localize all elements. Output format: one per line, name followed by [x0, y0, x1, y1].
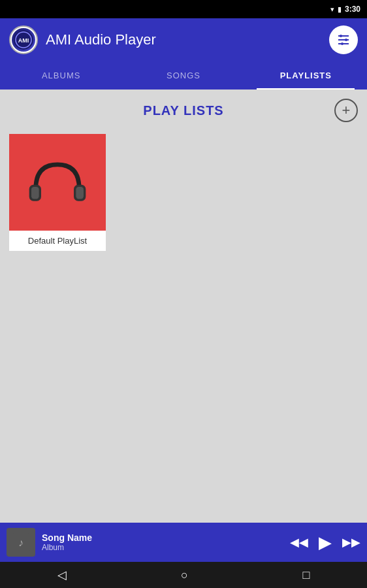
rewind-icon: ◀◀ [290, 535, 308, 549]
svg-rect-12 [76, 187, 84, 199]
wifi-icon: ▾ [330, 5, 334, 14]
logo-inner: AMI [12, 28, 35, 52]
back-icon: ◁ [57, 568, 67, 582]
battery-icon: ▮ [338, 5, 342, 14]
back-button[interactable]: ◁ [44, 564, 80, 586]
player-info: Song Name Album [42, 532, 283, 552]
section-header: PLAY LISTS + [9, 99, 358, 122]
app-header: AMI AMI Audio Player [0, 18, 367, 61]
play-button[interactable]: ▶ [319, 532, 332, 553]
svg-point-7 [345, 39, 347, 41]
add-icon: + [342, 103, 351, 118]
tab-playlists[interactable]: PLAYLISTS [245, 61, 367, 90]
header-left: AMI AMI Audio Player [9, 25, 156, 54]
tab-songs[interactable]: SONGS [122, 61, 244, 90]
headphones-icon [25, 156, 90, 208]
svg-text:AMI: AMI [18, 37, 29, 44]
player-controls: ◀◀ ▶ ▶▶ [290, 532, 360, 553]
home-button[interactable]: ○ [168, 564, 201, 586]
svg-rect-10 [31, 187, 39, 199]
playlist-grid: Default PlayList [9, 134, 358, 251]
main-content: PLAY LISTS + Default PlayList [0, 90, 367, 523]
svg-text:♪: ♪ [18, 537, 24, 548]
player-thumbnail: ♪ [7, 528, 35, 557]
app-logo: AMI [9, 25, 38, 54]
recent-icon: □ [302, 568, 310, 582]
nav-bar: ◁ ○ □ [0, 562, 367, 588]
tabs-bar: ALBUMS SONGS PLAYLISTS [0, 61, 367, 90]
player-album: Album [42, 543, 283, 552]
fast-forward-icon: ▶▶ [342, 535, 360, 549]
equalizer-icon [336, 32, 351, 48]
svg-point-8 [341, 42, 343, 45]
rewind-button[interactable]: ◀◀ [290, 535, 308, 549]
player-song-name: Song Name [42, 532, 283, 543]
playlist-item[interactable]: Default PlayList [9, 134, 106, 251]
status-icons: ▾ ▮ 3:30 [330, 5, 360, 14]
playlist-thumbnail [9, 134, 106, 231]
settings-button[interactable] [329, 25, 358, 54]
app-title: AMI Audio Player [46, 31, 156, 48]
status-time: 3:30 [345, 5, 360, 14]
playlist-name: Default PlayList [9, 231, 106, 251]
home-icon: ○ [181, 568, 188, 582]
tab-albums[interactable]: ALBUMS [0, 61, 122, 90]
section-title: PLAY LISTS [33, 103, 334, 118]
music-note-icon: ♪ [12, 533, 30, 551]
status-bar: ▾ ▮ 3:30 [0, 0, 367, 18]
fast-forward-button[interactable]: ▶▶ [342, 535, 360, 549]
svg-point-6 [340, 35, 342, 37]
recent-button[interactable]: □ [289, 564, 323, 586]
bottom-player: ♪ Song Name Album ◀◀ ▶ ▶▶ [0, 523, 367, 562]
play-icon: ▶ [319, 532, 332, 553]
add-playlist-button[interactable]: + [334, 99, 358, 122]
